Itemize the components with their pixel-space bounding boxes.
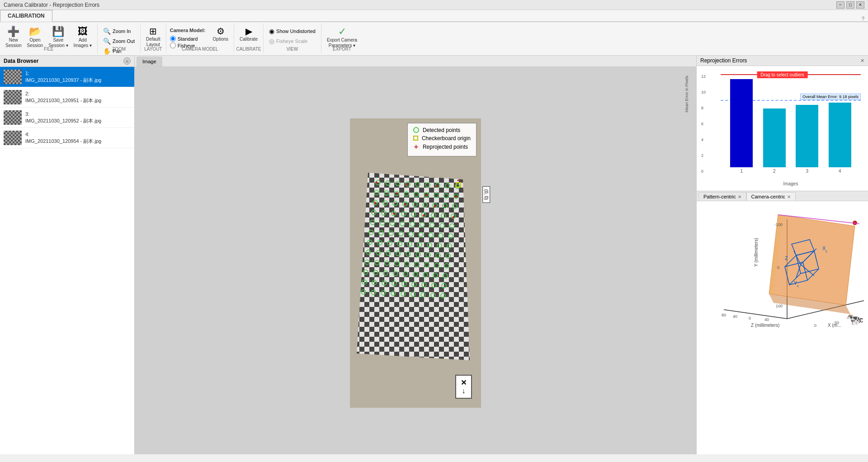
svg-text:100: 100	[776, 304, 783, 308]
calibrate-button[interactable]: ▶ Calibrate	[238, 26, 259, 43]
y-tick-0: 0	[701, 169, 706, 174]
default-layout-icon: ⊞	[149, 27, 157, 36]
bar-3-label: 3	[806, 169, 808, 174]
reprojected-points-icon: +	[413, 143, 419, 151]
maximize-button[interactable]: □	[846, 1, 854, 9]
calibrate-group-label: CALIBRATE	[234, 46, 263, 52]
sidebar-item-filename-1: IMG_20211030_120937 - 副本.jpg	[25, 77, 101, 84]
bar-3-fill	[796, 105, 818, 167]
zoom-out-button[interactable]: 🔍 Zoom Out	[101, 37, 137, 46]
zoom-group-label: ZOOM	[98, 46, 140, 52]
reprojection-errors-header: Reprojection Errors ✕	[697, 56, 868, 66]
help-icon: ?	[862, 16, 864, 21]
svg-text:+: +	[392, 212, 395, 216]
checkerboard-svg: + + + + + + + + + + + +	[354, 173, 474, 367]
svg-text:Y (millimeters): Y (millimeters)	[754, 238, 759, 267]
reprojection-errors-panel: Reprojection Errors ✕ Drag to select out…	[697, 56, 868, 191]
bar-1: 1	[730, 79, 753, 174]
title-bar: Camera Calibrator - Reprojection Errors …	[0, 0, 868, 10]
show-undistorted-button[interactable]: ◉ Show Undistorted	[267, 27, 317, 36]
ribbon-group-calibrate: ▶ Calibrate CALIBRATE	[234, 24, 264, 53]
bar-4-fill	[829, 103, 851, 167]
tab-calibration[interactable]: CALIBRATION	[0, 10, 52, 22]
ribbon-group-zoom: 🔍 Zoom In 🔍 Zoom Out ✋ Pan ZOOM	[98, 24, 141, 53]
image-area: Detected points Checkerboard origin + Re…	[135, 67, 696, 454]
center-content: Image Detected points Checkerboard origi…	[135, 56, 696, 454]
sidebar-close-button[interactable]: ○	[123, 57, 131, 65]
bar-2-label: 2	[773, 169, 776, 174]
layout-group-label: LAYOUT	[141, 46, 166, 52]
standard-radio[interactable]	[170, 36, 176, 42]
camera-centric-tab[interactable]: Camera-centric ✕	[746, 192, 796, 201]
sidebar-item-2[interactable]: 2: IMG_20211030_120951 - 副本.jpg	[0, 87, 134, 108]
sidebar-item-3[interactable]: 3: IMG_20211030_120952 - 副本.jpg	[0, 108, 134, 128]
bar-2: 2	[763, 108, 786, 174]
close-button[interactable]: ×	[856, 1, 864, 9]
svg-text:80: 80	[722, 313, 726, 317]
svg-text:+: +	[425, 193, 427, 198]
svg-marker-131	[769, 215, 855, 305]
sidebar-item-index-4: 4:	[25, 131, 101, 138]
legend-detected: Detected points	[413, 127, 471, 133]
svg-text:🐄: 🐄	[846, 312, 861, 326]
sidebar-item-filename-2: IMG_20211030_120951 - 副本.jpg	[25, 97, 101, 104]
y-tick-12: 12	[701, 74, 706, 79]
minimize-button[interactable]: −	[836, 1, 844, 9]
svg-text:+: +	[375, 180, 377, 185]
sidebar-item-4[interactable]: 4: IMG_20211030_120954 - 副本.jpg	[0, 128, 134, 148]
view-panel-tabs: Pattern-centric ✕ Camera-centric ✕	[697, 191, 868, 201]
y-tick-2: 2	[701, 153, 706, 158]
sidebar-item-index-1: 1:	[25, 70, 101, 77]
calibrate-label: Calibrate	[240, 37, 258, 42]
pattern-centric-tab[interactable]: Pattern-centric ✕	[698, 192, 746, 201]
checkerboard-origin-label: Checkerboard origin	[422, 135, 471, 141]
camera-model-group-label: CAMERA MODEL	[166, 46, 234, 52]
ribbon: CALIBRATION ? ➕ NewSession 📂 OpenSession…	[0, 10, 868, 56]
camera-centric-close[interactable]: ✕	[787, 194, 791, 199]
view-content: X c Y c Z -100 0 100 80 40 0 40 0	[697, 201, 868, 454]
detected-points-icon	[413, 127, 419, 133]
options-button[interactable]: ⚙ Options	[211, 26, 230, 43]
zoom-out-icon: 🔍	[103, 38, 111, 45]
detected-points-label: Detected points	[423, 127, 460, 133]
svg-text:c: c	[797, 284, 799, 288]
export-params-icon: ✓	[338, 27, 346, 37]
ribbon-tab-bar: CALIBRATION ?	[0, 10, 868, 22]
standard-label: Standard	[178, 36, 198, 42]
svg-text:+: +	[435, 184, 437, 189]
sidebar: Data Browser ○ 1: IMG_20211030_120937 - …	[0, 56, 135, 454]
fisheye-scale-label: Fisheye Scale	[276, 38, 307, 44]
window-controls: − □ ×	[836, 1, 864, 9]
nav-arrows[interactable]: ✕ ↓	[455, 375, 472, 399]
down-arrow-icon: ↓	[462, 387, 466, 395]
pattern-centric-close[interactable]: ✕	[738, 194, 741, 199]
sidebar-title: Data Browser	[4, 58, 38, 64]
show-undistorted-label: Show Undistorted	[276, 28, 316, 34]
add-images-icon: 🖼	[78, 27, 88, 37]
reprojection-errors-close[interactable]: ✕	[860, 58, 864, 64]
drag-label: Drag to select outliers	[757, 71, 808, 78]
y-tick-8: 8	[701, 106, 706, 110]
image-tab[interactable]: Image	[137, 57, 162, 66]
bar-4-label: 4	[839, 169, 841, 174]
svg-text:+: +	[405, 182, 407, 187]
bar-1-label: 1	[740, 169, 743, 174]
default-layout-button[interactable]: ⊞ DefaultLayout	[144, 26, 162, 48]
zoom-in-button[interactable]: 🔍 Zoom In	[101, 27, 137, 36]
svg-text:+: +	[374, 201, 376, 205]
export-group-label: EXPORT	[321, 46, 363, 52]
ribbon-group-export: ✓ Export CameraParameters ▾ EXPORT	[321, 24, 363, 53]
zc-label: Z	[785, 255, 788, 261]
reprojected-points-label: Reprojected points	[423, 144, 468, 150]
ribbon-content: ➕ NewSession 📂 OpenSession 💾 SaveSession…	[0, 22, 868, 55]
sidebar-item-1[interactable]: 1: IMG_20211030_120937 - 副本.jpg	[0, 67, 134, 87]
svg-text:40: 40	[764, 317, 769, 322]
y-tick-6: 6	[701, 122, 706, 126]
fisheye-scale-button[interactable]: ◎ Fisheye Scale	[267, 37, 317, 46]
show-undistorted-icon: ◉	[269, 28, 274, 35]
svg-text:40: 40	[733, 314, 737, 319]
y-axis: 12 10 8 6 4 2 0	[701, 74, 706, 174]
zoom-in-icon: 🔍	[103, 28, 111, 35]
y-tick-4: 4	[701, 137, 706, 142]
main-layout: Data Browser ○ 1: IMG_20211030_120937 - …	[0, 56, 868, 454]
